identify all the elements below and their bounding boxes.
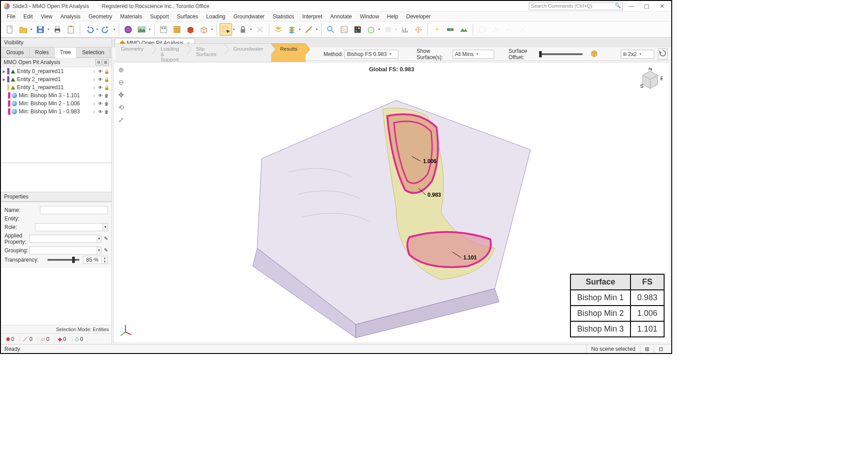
tree-entity-0[interactable]: ▸ Entity 0_repaired11 ↕ 👁 🔒 xyxy=(1,67,112,75)
menu-materials[interactable]: Materials xyxy=(116,12,146,21)
nav-cube[interactable]: N E S xyxy=(638,68,663,93)
stack-dropdown[interactable]: ▾ xyxy=(298,23,302,36)
new-file-icon[interactable] xyxy=(4,23,16,36)
transparency-slider[interactable] xyxy=(48,259,79,261)
tree-view[interactable]: ▸ Entity 0_repaired11 ↕ 👁 🔒 ▸ Entity 2_r… xyxy=(1,67,112,163)
project-settings-icon[interactable] xyxy=(157,23,170,36)
cube-dropdown[interactable]: ▾ xyxy=(377,23,381,36)
undo-icon[interactable] xyxy=(83,23,95,36)
prop-role-input[interactable] xyxy=(35,223,103,231)
zoom-in-icon[interactable]: ⊕ xyxy=(116,65,126,75)
role-dropdown[interactable]: ▾ xyxy=(103,223,108,231)
contour-icon[interactable] xyxy=(338,23,350,36)
menu-loading[interactable]: Loading xyxy=(202,12,229,21)
cube-outline-icon[interactable] xyxy=(365,23,377,36)
select-tool-icon[interactable] xyxy=(220,23,232,36)
print-icon[interactable] xyxy=(51,23,64,36)
menu-file[interactable]: File xyxy=(3,12,19,21)
menu-analysis[interactable]: Analysis xyxy=(56,12,85,21)
tab-roles[interactable]: Roles xyxy=(30,47,55,57)
zoom-out-icon[interactable]: ⊖ xyxy=(116,78,126,87)
layers-icon[interactable] xyxy=(272,23,285,36)
tree-min-3[interactable]: Min: Bishop Min 3 - 1.101 ↕👁🗑 xyxy=(1,91,112,99)
status-btn-1[interactable]: ⊞ xyxy=(640,345,654,353)
tree-entity-2[interactable]: Entity 1_repaired11 ↕👁🔒 xyxy=(1,83,112,91)
menu-support[interactable]: Support xyxy=(146,12,173,21)
search-commands-input[interactable]: Search Commands (Ctrl+Q) xyxy=(529,2,623,10)
view-mode-dropdown[interactable]: ▾ xyxy=(148,23,151,36)
rotate-icon[interactable]: ⟲ xyxy=(116,103,126,112)
material-colors-icon[interactable] xyxy=(122,23,134,36)
minimize-button[interactable]: — xyxy=(625,2,638,10)
tab-tree[interactable]: Tree xyxy=(55,47,77,58)
transparency-value[interactable]: 85 % xyxy=(83,256,102,264)
tree-min-1[interactable]: Min: Bishop Min 1 - 0.983 ↕👁🗑 xyxy=(1,108,112,116)
gradient-icon[interactable] xyxy=(444,23,457,36)
lock-icon[interactable] xyxy=(237,23,249,36)
lock-dropdown[interactable]: ▾ xyxy=(249,23,253,36)
clipboard-icon[interactable] xyxy=(65,23,77,36)
undo-dropdown[interactable]: ▾ xyxy=(95,23,99,36)
terrain-icon[interactable] xyxy=(458,23,470,36)
redo-icon[interactable] xyxy=(100,23,112,36)
chart-icon[interactable] xyxy=(399,23,411,36)
menu-geometry[interactable]: Geometry xyxy=(85,12,117,21)
move-up-icon[interactable]: ↕ xyxy=(91,69,97,74)
open-dropdown[interactable]: ▾ xyxy=(30,23,33,36)
box-dropdown[interactable]: ▾ xyxy=(210,23,214,36)
tree-entity-1[interactable]: ▸ Entity 2_repaired1 ↕👁🔒 xyxy=(1,75,112,83)
menu-statistics[interactable]: Statistics xyxy=(268,12,298,21)
delete-icon[interactable]: 🗑 xyxy=(104,93,110,98)
tab-groups[interactable]: Groups xyxy=(1,47,30,57)
edit-applied-icon[interactable]: ✎ xyxy=(104,236,108,241)
search-surface-icon[interactable] xyxy=(324,23,337,36)
box-icon[interactable] xyxy=(184,23,197,36)
stack-icon[interactable] xyxy=(285,23,298,36)
measure-dropdown[interactable]: ▾ xyxy=(315,23,319,36)
transparency-spinner[interactable]: ▴▾ xyxy=(102,256,108,264)
tree-expand-icon[interactable]: ⊞ xyxy=(103,59,109,65)
sparkle-icon[interactable] xyxy=(431,23,443,36)
prop-grouping-input[interactable] xyxy=(29,246,97,254)
grid-settings-icon[interactable] xyxy=(171,23,183,36)
menu-surfaces[interactable]: Surfaces xyxy=(173,12,202,21)
method-dropdown[interactable]: Bishop FS 0.983▾ xyxy=(345,50,398,59)
menu-view[interactable]: View xyxy=(37,12,56,21)
grouping-dropdown[interactable]: ▾ xyxy=(97,246,101,254)
show-surfaces-dropdown[interactable]: All Mins▾ xyxy=(453,50,494,59)
tree-collapse-icon[interactable]: ⧉ xyxy=(95,59,102,65)
lock-icon[interactable]: 🔒 xyxy=(104,69,110,74)
menu-developer[interactable]: Developer xyxy=(402,12,435,21)
layout-dropdown[interactable]: ⊞ 2x2▾ xyxy=(621,50,654,59)
menu-interpret[interactable]: Interpret xyxy=(298,12,326,21)
select-dropdown[interactable]: ▾ xyxy=(232,23,236,36)
visible-icon[interactable]: 👁 xyxy=(97,69,104,74)
surface-offset-slider[interactable] xyxy=(539,53,583,55)
heatmap-icon[interactable] xyxy=(351,23,364,36)
pan-icon[interactable]: ✥ xyxy=(116,90,126,100)
3d-viewport[interactable]: ⊕ ⊖ ✥ ⟲ ⤢ Global FS: 0.983 xyxy=(113,62,670,343)
fit-icon[interactable]: ⤢ xyxy=(116,115,126,125)
view-mode-icon[interactable] xyxy=(135,23,148,36)
menu-edit[interactable]: Edit xyxy=(19,12,37,21)
save-dropdown[interactable]: ▾ xyxy=(47,23,50,36)
menu-help[interactable]: Help xyxy=(383,12,402,21)
menu-groundwater[interactable]: Groundwater xyxy=(229,12,268,21)
open-folder-icon[interactable] xyxy=(17,23,30,36)
refresh-icon[interactable] xyxy=(658,48,668,60)
intersect-icon[interactable] xyxy=(412,23,425,36)
save-icon[interactable] xyxy=(34,23,47,36)
menu-annotate[interactable]: Annotate xyxy=(326,12,356,21)
prop-name-input[interactable] xyxy=(40,206,108,214)
maximize-button[interactable]: ▢ xyxy=(640,2,653,10)
wireframe-box-icon[interactable] xyxy=(198,23,210,36)
redo-dropdown[interactable]: ▾ xyxy=(112,23,116,36)
measure-icon[interactable] xyxy=(302,23,315,36)
applied-dropdown[interactable]: ▾ xyxy=(97,235,101,243)
tab-selection[interactable]: Selection xyxy=(77,47,110,57)
close-button[interactable]: ✕ xyxy=(655,2,669,10)
menu-window[interactable]: Window xyxy=(356,12,383,21)
status-btn-2[interactable]: ⊡ xyxy=(654,345,668,353)
view-cube-icon[interactable] xyxy=(590,49,599,59)
edit-grouping-icon[interactable]: ✎ xyxy=(104,247,108,253)
